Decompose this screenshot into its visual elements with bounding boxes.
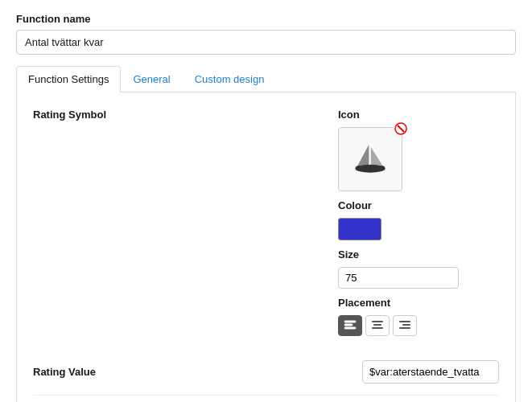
svg-rect-14 xyxy=(399,327,410,329)
svg-rect-12 xyxy=(399,321,410,322)
page-wrapper: Function name Function Settings General … xyxy=(0,0,532,402)
tab-general[interactable]: General xyxy=(121,66,182,92)
svg-rect-6 xyxy=(344,321,356,322)
placement-right-button[interactable] xyxy=(393,315,417,336)
sailboat-icon xyxy=(350,139,390,179)
rating-value-label: Rating Value xyxy=(33,366,96,378)
placement-center-button[interactable] xyxy=(365,315,390,336)
svg-rect-10 xyxy=(373,324,381,326)
placement-label: Placement xyxy=(338,297,499,309)
svg-rect-9 xyxy=(372,321,383,322)
function-name-section: Function name xyxy=(16,13,516,55)
svg-marker-3 xyxy=(371,147,384,167)
size-input[interactable] xyxy=(338,267,459,289)
size-label: Size xyxy=(338,248,499,260)
icon-preview xyxy=(338,127,402,191)
icon-label: Icon xyxy=(338,109,499,121)
icon-section: Icon xyxy=(338,109,499,191)
colour-swatch[interactable] xyxy=(338,218,381,240)
placement-left-button[interactable] xyxy=(338,315,362,336)
left-col: Rating Symbol xyxy=(33,109,338,336)
tabs-row: Function Settings General Custom design xyxy=(16,66,516,92)
colour-label: Colour xyxy=(338,199,499,211)
function-name-input[interactable] xyxy=(16,30,516,55)
svg-rect-7 xyxy=(344,324,353,326)
svg-rect-5 xyxy=(356,166,386,170)
bottom-fields: Rating Value Rating Max xyxy=(33,352,499,402)
placement-buttons xyxy=(338,315,499,336)
settings-grid: Rating Symbol Icon xyxy=(33,109,499,336)
colour-section: Colour xyxy=(338,199,499,240)
rating-symbol-label: Rating Symbol xyxy=(33,109,338,121)
tab-custom-design[interactable]: Custom design xyxy=(183,66,277,92)
placement-section: Placement xyxy=(338,297,499,336)
tab-content: Rating Symbol Icon xyxy=(16,92,516,402)
size-section: Size xyxy=(338,248,499,289)
rating-max-row: Rating Max xyxy=(33,395,499,402)
rating-value-input[interactable] xyxy=(362,360,499,384)
svg-rect-11 xyxy=(372,327,383,329)
tab-function-settings[interactable]: Function Settings xyxy=(16,66,121,92)
function-name-label: Function name xyxy=(16,13,516,25)
svg-rect-8 xyxy=(344,327,356,329)
svg-rect-13 xyxy=(402,324,410,326)
rating-value-row: Rating Value xyxy=(33,352,499,384)
right-col: Icon xyxy=(338,109,499,336)
icon-delete-button[interactable] xyxy=(394,121,408,136)
svg-marker-2 xyxy=(357,145,369,167)
